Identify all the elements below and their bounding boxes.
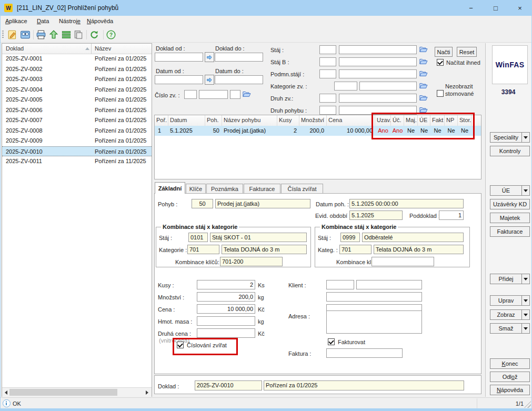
staj-name-input[interactable]: [339, 45, 417, 54]
faktura-field[interactable]: [326, 348, 403, 358]
scroll-right-icon[interactable]: [146, 390, 148, 395]
doklad-name-field[interactable]: Pořízení za 01/2025: [264, 380, 464, 390]
druh-pohybu-code-input[interactable]: [319, 106, 336, 115]
tab-poznamka[interactable]: Poznámka: [206, 184, 243, 194]
kategorie-zv-name-input[interactable]: [359, 82, 417, 91]
grid-column-uzav[interactable]: Uzav.: [375, 115, 391, 126]
druh-zv-name-input[interactable]: [339, 94, 417, 103]
kategorie-left-code-field[interactable]: 701: [187, 245, 219, 254]
odloz-button[interactable]: Odlož: [490, 372, 530, 382]
doc-list-row[interactable]: 2025-ZV-0001Pořízení za 01/2025: [2, 54, 152, 64]
maximize-button[interactable]: □: [484, 0, 508, 16]
folder-lookup-icon[interactable]: [419, 94, 428, 101]
doc-list-row[interactable]: 2025-ZV-0011Pořízení za 11/2025: [2, 156, 152, 167]
klient-line2-field[interactable]: [326, 292, 422, 302]
grid-column-ue[interactable]: ÚE: [418, 115, 430, 126]
grid-column-uc[interactable]: Úč.: [391, 115, 404, 126]
chevron-down-icon[interactable]: [521, 324, 529, 333]
poddoklad-field[interactable]: 1: [439, 210, 464, 220]
zobraz-button[interactable]: Zobraz: [490, 309, 530, 320]
folder-lookup-icon[interactable]: [419, 70, 428, 77]
grid-column-stor[interactable]: Stor.: [458, 115, 471, 126]
chevron-down-icon[interactable]: [521, 310, 529, 319]
export-up-icon[interactable]: [48, 29, 59, 40]
resize-grip[interactable]: [524, 401, 531, 408]
doc-list-row-selected[interactable]: 2025-ZV-0010Pořízení za 01/2025: [2, 146, 152, 157]
druha-cena-field[interactable]: [197, 328, 255, 338]
grid-row-selected[interactable]: 1 5.1.2025 50 Prodej jat.(jatka) 2 200,0…: [155, 126, 481, 136]
nacti-button[interactable]: Načti: [435, 47, 453, 57]
doc-list-row[interactable]: 2025-ZV-0005Pořízení za 01/2025: [2, 95, 152, 105]
grid-column-mnozstvi[interactable]: Množství: [299, 115, 327, 126]
menu-napoveda[interactable]: Nápověda: [87, 18, 113, 24]
tab-klice[interactable]: Klíče: [186, 184, 206, 194]
chevron-down-icon[interactable]: [521, 133, 529, 142]
chevron-down-icon[interactable]: [521, 296, 529, 305]
copy-range-button[interactable]: [205, 52, 214, 62]
druh-zv-code-input[interactable]: [319, 94, 336, 103]
uzaverky-kd-button[interactable]: Uzávěrky KD: [490, 199, 530, 209]
cislovani-zvirat-checkbox[interactable]: [177, 342, 184, 348]
copy-icon[interactable]: [73, 29, 84, 40]
uprav-button[interactable]: Uprav: [490, 295, 530, 306]
reset-button[interactable]: Reset: [457, 47, 477, 57]
klient-name-field[interactable]: [356, 280, 422, 289]
tab-zakladni[interactable]: Základní: [155, 182, 185, 194]
nezobrazit-stornovane-checkbox[interactable]: [437, 90, 444, 97]
grid-column-np[interactable]: NP: [445, 115, 458, 126]
datum-od-input[interactable]: [155, 75, 203, 84]
grid-column-por[interactable]: Poř.: [155, 115, 168, 126]
scroll-left-icon[interactable]: [5, 390, 7, 395]
cislo-zv-input-3[interactable]: [230, 90, 240, 99]
copy-range-button[interactable]: [205, 75, 214, 85]
klient-code-field[interactable]: [326, 280, 354, 289]
menu-data[interactable]: Data: [37, 18, 49, 24]
minimize-button[interactable]: −: [459, 0, 483, 16]
napoveda-button[interactable]: Nápověda: [490, 385, 530, 395]
refresh-icon[interactable]: [89, 29, 99, 40]
kombinace-left-field[interactable]: 701-200: [220, 257, 283, 266]
staj-left-code-field[interactable]: 0101: [188, 233, 208, 242]
preview-icon[interactable]: [20, 29, 31, 40]
datum-do-input[interactable]: [215, 75, 263, 84]
column-header-doklad[interactable]: Doklad: [6, 45, 24, 52]
smaz-button[interactable]: Smaž: [490, 323, 530, 334]
grid-column-datum[interactable]: Datum: [168, 115, 205, 126]
staj-right-code-field[interactable]: 0999: [340, 233, 360, 242]
folder-lookup-icon[interactable]: [419, 106, 428, 113]
cislo-zv-input-1[interactable]: [184, 90, 197, 99]
podmn-staj-code-input[interactable]: [319, 69, 336, 78]
edit-note-icon[interactable]: [7, 29, 18, 40]
hmot-masa-field[interactable]: [197, 316, 255, 326]
grid-column-maj[interactable]: Maj.: [404, 115, 418, 126]
doc-list-row[interactable]: 2025-ZV-0009Pořízení za 01/2025: [2, 136, 152, 146]
folder-lookup-icon[interactable]: [419, 58, 428, 65]
staj-b-code-input[interactable]: [319, 57, 336, 66]
doklad-do-input[interactable]: [215, 53, 263, 62]
doklad-od-input[interactable]: [155, 53, 203, 62]
doc-list-row[interactable]: 2025-ZV-0007Pořízení za 01/2025: [2, 115, 152, 126]
cislo-zv-input-2[interactable]: [199, 90, 228, 99]
pohyb-code-field[interactable]: 50: [192, 199, 213, 208]
doc-list-row[interactable]: 2025-ZV-0008Pořízení za 01/2025: [2, 126, 152, 136]
print-icon[interactable]: [36, 29, 46, 40]
doklad-code-field[interactable]: 2025-ZV-0010: [195, 380, 262, 390]
chevron-down-icon[interactable]: [521, 274, 529, 284]
column-header-nazev[interactable]: Název: [95, 45, 111, 52]
kombinace-right-field[interactable]: [372, 257, 434, 266]
kategorie-right-name-field[interactable]: Telata DOJNÁ do 3 m: [374, 245, 464, 254]
pridej-button[interactable]: Přidej: [490, 274, 530, 284]
folder-lookup-icon[interactable]: [243, 91, 251, 97]
datum-poh-field[interactable]: 5.1.2025 00:00:00: [349, 199, 464, 208]
help-icon[interactable]: ?: [106, 29, 116, 40]
list-view-icon[interactable]: [61, 29, 72, 40]
scrollbar-thumb[interactable]: [9, 389, 117, 396]
doc-list-row[interactable]: 2025-ZV-0002Pořízení za 01/2025: [2, 64, 152, 75]
druh-pohybu-name-input[interactable]: [339, 106, 417, 115]
grid-column-poh[interactable]: Poh.: [205, 115, 222, 126]
pohyb-name-field[interactable]: Prodej jat.(jatka): [215, 199, 310, 208]
podmn-staj-name-input[interactable]: [339, 69, 417, 78]
tab-cisla-zvirat[interactable]: Čísla zvířat: [281, 184, 323, 194]
kategorie-left-name-field[interactable]: Telata DOJNÁ do 3 m: [222, 245, 307, 254]
doc-list-row[interactable]: 2025-ZV-0004Pořízení za 01/2025: [2, 85, 152, 95]
